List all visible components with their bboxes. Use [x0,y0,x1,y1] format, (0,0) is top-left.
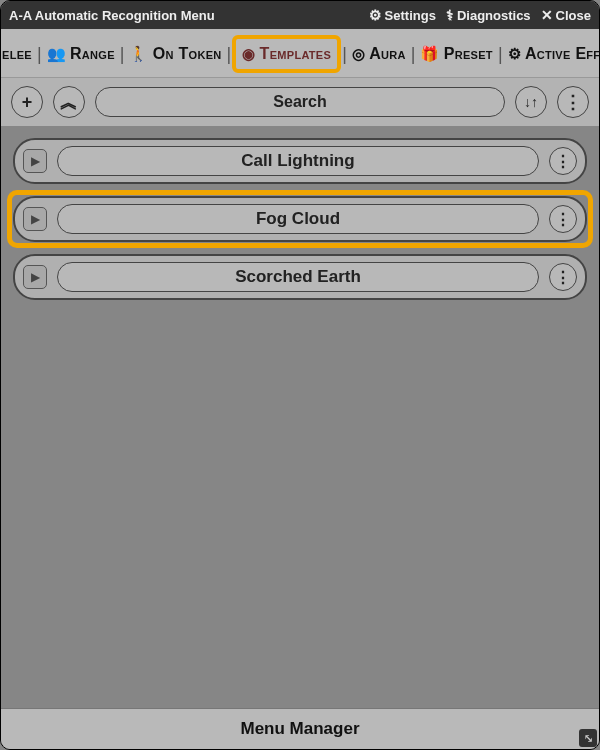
tab-separator: | [119,44,126,65]
tab-label: On Token [153,45,222,63]
tab-aura[interactable]: ◎ Aura [348,43,410,65]
tab-highlight: ◉ Templates [232,35,341,73]
tab-bar: 🛡 Melee | 👥 Range | 🚶 On Token | ◉ Templ… [1,29,599,78]
diagnostics-label: Diagnostics [457,8,531,23]
item-label[interactable]: Scorched Earth [57,262,539,292]
people-icon: 👥 [47,45,66,63]
tab-separator: | [497,44,504,65]
item-list: ▶ Call Lightning ⋮ ▶ Fog Cloud ⋮ ▶ Scorc… [1,126,599,708]
aura-icon: ◎ [352,45,365,63]
tab-templates[interactable]: ◉ Templates [238,43,335,65]
tab-separator: | [226,44,233,65]
tab-melee[interactable]: 🛡 Melee [0,43,36,65]
titlebar: A-A Automatic Recognition Menu ⚙ Setting… [1,1,599,29]
toolbar-menu-button[interactable]: ⋮ [557,86,589,118]
tab-label: Preset [444,45,493,63]
tab-range[interactable]: 👥 Range [43,43,119,65]
footer[interactable]: Menu Manager ⤡ [1,708,599,749]
tab-ontoken[interactable]: 🚶 On Token [125,43,225,65]
tab-label: Active Effects [525,45,600,63]
close-button[interactable]: ✕ Close [541,7,591,23]
item-menu-button[interactable]: ⋮ [549,263,577,291]
diagnostics-button[interactable]: ⚕ Diagnostics [446,7,531,23]
tab-label: Range [70,45,115,63]
sort-button[interactable]: ↓↑ [515,86,547,118]
search-input[interactable] [95,87,505,117]
resize-handle[interactable]: ⤡ [579,729,597,747]
tab-label: Templates [260,45,332,63]
settings-button[interactable]: ⚙ Settings [369,7,436,23]
stethoscope-icon: ⚕ [446,7,454,23]
collapse-all-button[interactable]: ︽ [53,86,85,118]
cog-icon: ⚙ [508,45,521,63]
close-icon: ✕ [541,7,553,23]
shapes-icon: ◉ [242,45,255,63]
item-menu-button[interactable]: ⋮ [549,147,577,175]
tab-label: Aura [369,45,406,63]
tab-label: Melee [0,45,32,63]
app-window: A-A Automatic Recognition Menu ⚙ Setting… [0,0,600,750]
gift-icon: 🎁 [420,45,439,63]
window-title: A-A Automatic Recognition Menu [9,8,359,23]
person-icon: 🚶 [129,45,148,63]
tab-activeeffects[interactable]: ⚙ Active Effects [504,43,600,65]
tab-separator: | [410,44,417,65]
item-menu-button[interactable]: ⋮ [549,205,577,233]
gear-icon: ⚙ [369,7,382,23]
settings-label: Settings [385,8,436,23]
item-label[interactable]: Call Lightning [57,146,539,176]
tab-preset[interactable]: 🎁 Preset [416,43,496,65]
list-item: ▶ Scorched Earth ⋮ [13,254,587,300]
add-button[interactable]: + [11,86,43,118]
footer-label: Menu Manager [240,719,359,738]
list-item: ▶ Fog Cloud ⋮ [13,196,587,242]
list-item: ▶ Call Lightning ⋮ [13,138,587,184]
toolbar: + ︽ ↓↑ ⋮ [1,78,599,126]
tab-separator: | [341,44,348,65]
item-label[interactable]: Fog Cloud [57,204,539,234]
close-label: Close [556,8,591,23]
expand-button[interactable]: ▶ [23,265,47,289]
expand-button[interactable]: ▶ [23,207,47,231]
expand-button[interactable]: ▶ [23,149,47,173]
tab-separator: | [36,44,43,65]
